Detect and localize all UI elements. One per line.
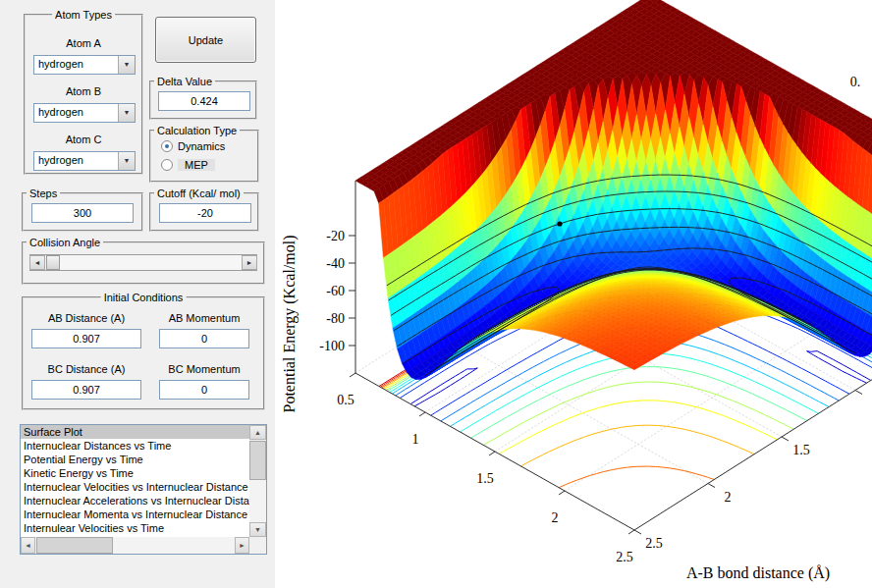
atom-types-panel: Atom Types Atom A hydrogen ▼ Atom B hydr… <box>24 14 143 175</box>
atom-a-dropdown-arrow-icon[interactable]: ▼ <box>118 56 135 74</box>
vertical-scrollbar[interactable]: ▲ ▼ <box>249 425 266 537</box>
vertical-scroll-thumb[interactable] <box>249 441 266 480</box>
mep-radio-label: MEP <box>178 159 215 171</box>
list-item[interactable]: Internuclear Distances vs Time <box>21 439 249 453</box>
collision-angle-title: Collision Angle <box>27 237 103 248</box>
svg-text:2.5: 2.5 <box>616 550 633 564</box>
initial-conditions-panel: Initial Conditions AB Distance (A) AB Mo… <box>22 296 265 410</box>
atom-c-dropdown-arrow-icon[interactable]: ▼ <box>118 152 135 170</box>
svg-text:1.5: 1.5 <box>792 443 810 457</box>
delta-value-title: Delta Value <box>154 76 215 87</box>
list-item[interactable]: Internulear Velocities vs Time <box>21 521 249 535</box>
ab-distance-label: AB Distance (A) <box>31 312 141 324</box>
svg-text:2.5: 2.5 <box>645 536 663 551</box>
calculation-type-panel: Calculation Type Dynamics MEP <box>149 130 259 183</box>
list-item-surface-plot[interactable]: Surface Plot <box>21 425 249 439</box>
cutoff-panel: Cutoff (Kcal/ mol) -20 <box>149 192 259 232</box>
svg-text:0.: 0. <box>850 75 861 89</box>
steps-field[interactable]: 300 <box>31 203 134 223</box>
svg-text:-20: -20 <box>326 229 345 243</box>
svg-text:-80: -80 <box>326 311 345 326</box>
radio-selected-icon <box>161 140 173 152</box>
delta-value-panel: Delta Value 0.424 <box>149 80 257 120</box>
svg-text:A-B bond distance (Å): A-B bond distance (Å) <box>686 564 830 582</box>
svg-text:2: 2 <box>552 510 559 525</box>
steps-panel: Steps 300 <box>22 192 143 232</box>
cutoff-title: Cutoff (Kcal/ mol) <box>154 187 244 199</box>
bc-distance-field[interactable]: 0.907 <box>31 380 141 400</box>
ab-momentum-field[interactable]: 0 <box>159 329 249 348</box>
svg-text:Potential Energy (Kcal/mol): Potential Energy (Kcal/mol) <box>281 236 299 413</box>
collision-angle-panel: Collision Angle ◄ ► <box>22 241 265 285</box>
atom-types-title: Atom Types <box>52 9 115 21</box>
cutoff-field[interactable]: -20 <box>159 203 251 223</box>
scroll-down-icon[interactable]: ▼ <box>249 522 266 537</box>
slider-left-arrow-icon[interactable]: ◄ <box>29 255 45 270</box>
list-item[interactable]: Internuclear Momenta vs Internuclear Dis… <box>21 508 249 521</box>
update-button[interactable]: Update <box>155 17 256 63</box>
atom-b-select[interactable]: hydrogen ▼ <box>33 103 136 123</box>
atom-c-select[interactable]: hydrogen ▼ <box>33 151 136 171</box>
list-item[interactable]: Internuclear Accelerations vs Internucle… <box>21 494 249 508</box>
scroll-left-icon[interactable]: ◄ <box>21 537 35 554</box>
ab-momentum-label: AB Momentum <box>159 312 249 324</box>
svg-text:-100: -100 <box>319 339 345 353</box>
scroll-right-icon[interactable]: ► <box>235 537 249 554</box>
plot-type-listbox[interactable]: Surface Plot Internuclear Distances vs T… <box>20 424 267 555</box>
atom-b-dropdown-arrow-icon[interactable]: ▼ <box>118 104 135 122</box>
horizontal-scrollbar[interactable]: ◄ ► <box>21 537 249 554</box>
mep-radio[interactable]: MEP <box>161 159 215 171</box>
delta-value-field[interactable]: 0.424 <box>158 91 250 111</box>
atom-b-label: Atom B <box>26 85 141 97</box>
bc-momentum-label: BC Momentum <box>159 363 249 375</box>
atom-c-label: Atom C <box>26 134 141 145</box>
svg-text:-60: -60 <box>326 284 345 298</box>
steps-title: Steps <box>27 187 60 199</box>
bc-momentum-field[interactable]: 0 <box>159 380 249 400</box>
initial-conditions-title: Initial Conditions <box>101 292 187 303</box>
svg-text:1.5: 1.5 <box>476 471 494 486</box>
calculation-type-title: Calculation Type <box>154 125 240 136</box>
atom-c-value: hydrogen <box>38 154 83 166</box>
svg-text:2: 2 <box>725 490 732 505</box>
atom-a-value: hydrogen <box>38 58 83 70</box>
list-item[interactable]: Kinetic Energy vs Time <box>21 466 249 480</box>
plot-type-list: Surface Plot Internuclear Distances vs T… <box>21 425 249 537</box>
dynamics-radio[interactable]: Dynamics <box>161 140 225 152</box>
slider-right-arrow-icon[interactable]: ► <box>242 255 257 270</box>
bc-distance-label: BC Distance (A) <box>31 363 141 375</box>
list-item[interactable]: Internuclear Velocities vs Internuclear … <box>21 480 249 494</box>
application-window: { "app": {"bg": "#f0f0f0", "plot_bg": "#… <box>0 0 872 588</box>
scroll-up-icon[interactable]: ▲ <box>249 425 266 440</box>
svg-text:1: 1 <box>412 432 419 447</box>
svg-text:0.5: 0.5 <box>337 393 354 407</box>
atom-b-value: hydrogen <box>38 106 83 118</box>
slider-thumb[interactable] <box>46 255 60 270</box>
svg-text:-40: -40 <box>326 256 345 271</box>
atom-a-label: Atom A <box>26 37 141 49</box>
list-item[interactable]: Potential Energy vs Time <box>21 453 249 466</box>
scrollbar-corner <box>249 537 266 554</box>
horizontal-scroll-thumb[interactable] <box>36 537 113 554</box>
dynamics-radio-label: Dynamics <box>178 140 225 152</box>
atom-a-select[interactable]: hydrogen ▼ <box>33 55 136 75</box>
ab-distance-field[interactable]: 0.907 <box>31 329 141 348</box>
radio-unselected-icon <box>161 159 173 171</box>
collision-angle-slider[interactable]: ◄ ► <box>29 254 257 271</box>
